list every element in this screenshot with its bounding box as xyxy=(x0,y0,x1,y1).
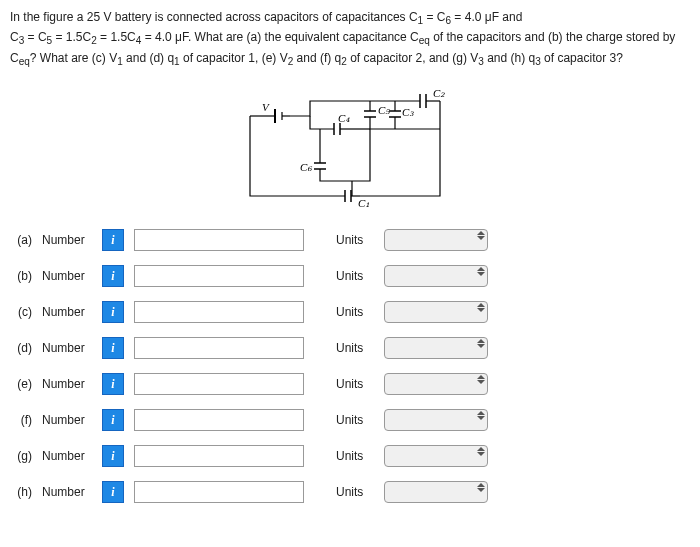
row-letter: (g) xyxy=(10,449,32,463)
label-C1: C₁ xyxy=(358,197,370,209)
row-letter: (e) xyxy=(10,377,32,391)
answer-rows: (a) Number i Units (b) Number i Units (c… xyxy=(10,229,690,503)
number-input-e[interactable] xyxy=(134,373,304,395)
row-a: (a) Number i Units xyxy=(10,229,690,251)
row-letter: (h) xyxy=(10,485,32,499)
units-select-e[interactable] xyxy=(384,373,488,395)
units-label: Units xyxy=(336,305,374,319)
row-letter: (f) xyxy=(10,413,32,427)
units-label: Units xyxy=(336,413,374,427)
units-label: Units xyxy=(336,269,374,283)
info-icon[interactable]: i xyxy=(102,373,124,395)
row-letter: (d) xyxy=(10,341,32,355)
units-label: Units xyxy=(336,341,374,355)
label-C4: C₄ xyxy=(338,112,350,124)
units-select-d[interactable] xyxy=(384,337,488,359)
units-label: Units xyxy=(336,233,374,247)
number-label: Number xyxy=(42,233,92,247)
number-label: Number xyxy=(42,305,92,319)
row-letter: (a) xyxy=(10,233,32,247)
number-label: Number xyxy=(42,485,92,499)
units-select-h[interactable] xyxy=(384,481,488,503)
number-input-c[interactable] xyxy=(134,301,304,323)
units-select-b[interactable] xyxy=(384,265,488,287)
number-label: Number xyxy=(42,449,92,463)
row-e: (e) Number i Units xyxy=(10,373,690,395)
number-input-d[interactable] xyxy=(134,337,304,359)
number-input-g[interactable] xyxy=(134,445,304,467)
units-select-c[interactable] xyxy=(384,301,488,323)
number-label: Number xyxy=(42,413,92,427)
info-icon[interactable]: i xyxy=(102,481,124,503)
question-text: In the figure a 25 V battery is connecte… xyxy=(10,8,690,69)
label-C2: C₂ xyxy=(433,87,445,99)
number-input-a[interactable] xyxy=(134,229,304,251)
info-icon[interactable]: i xyxy=(102,265,124,287)
circuit-figure: V C₁ C₂ C₃ C₄ C₅ C₆ xyxy=(10,81,690,211)
info-icon[interactable]: i xyxy=(102,409,124,431)
number-label: Number xyxy=(42,341,92,355)
number-input-b[interactable] xyxy=(134,265,304,287)
info-icon[interactable]: i xyxy=(102,229,124,251)
label-C5: C₅ xyxy=(378,104,390,116)
info-icon[interactable]: i xyxy=(102,337,124,359)
row-b: (b) Number i Units xyxy=(10,265,690,287)
units-select-f[interactable] xyxy=(384,409,488,431)
row-g: (g) Number i Units xyxy=(10,445,690,467)
info-icon[interactable]: i xyxy=(102,445,124,467)
row-letter: (c) xyxy=(10,305,32,319)
units-label: Units xyxy=(336,485,374,499)
number-label: Number xyxy=(42,269,92,283)
number-label: Number xyxy=(42,377,92,391)
label-C6: C₆ xyxy=(300,161,312,173)
units-label: Units xyxy=(336,449,374,463)
row-c: (c) Number i Units xyxy=(10,301,690,323)
info-icon[interactable]: i xyxy=(102,301,124,323)
row-f: (f) Number i Units xyxy=(10,409,690,431)
number-input-h[interactable] xyxy=(134,481,304,503)
number-input-f[interactable] xyxy=(134,409,304,431)
row-letter: (b) xyxy=(10,269,32,283)
label-V: V xyxy=(262,101,270,113)
units-select-g[interactable] xyxy=(384,445,488,467)
units-label: Units xyxy=(336,377,374,391)
row-h: (h) Number i Units xyxy=(10,481,690,503)
units-select-a[interactable] xyxy=(384,229,488,251)
label-C3: C₃ xyxy=(402,106,414,118)
row-d: (d) Number i Units xyxy=(10,337,690,359)
